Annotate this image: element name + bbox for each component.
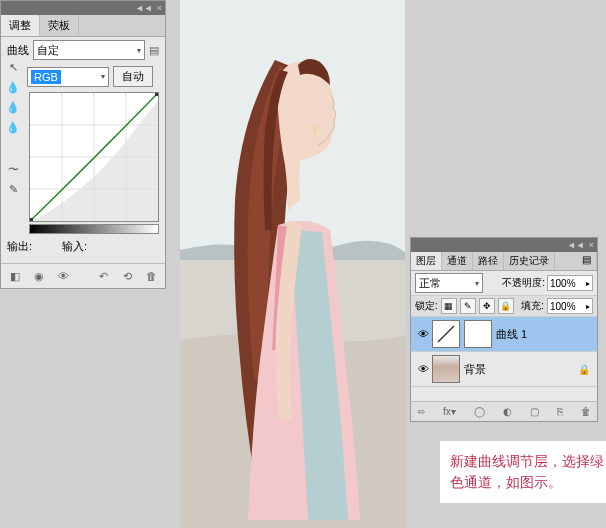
tab-channels[interactable]: 通道 (442, 252, 473, 270)
layer-name: 曲线 1 (496, 327, 527, 342)
eyedropper-gray-icon[interactable]: 💧 (5, 99, 21, 115)
svg-rect-11 (30, 218, 33, 221)
opacity-input[interactable]: 100%▸ (547, 275, 593, 291)
curve-grid[interactable] (29, 92, 159, 222)
lock-paint-icon[interactable]: ✎ (460, 298, 476, 314)
layer-row-curves[interactable]: 👁 曲线 1 (411, 317, 597, 352)
adjustments-footer: ◧ ◉ 👁 ↶ ⟲ 🗑 (1, 263, 165, 288)
close-icon[interactable]: × (589, 240, 594, 250)
panel-header: ◄◄ × (1, 1, 165, 15)
lock-position-icon[interactable]: ✥ (479, 298, 495, 314)
trash-icon[interactable]: 🗑 (143, 268, 159, 284)
layers-tabs: 图层 通道 路径 历史记录 ▤ (411, 252, 597, 271)
tab-presets[interactable]: 荧板 (40, 15, 79, 36)
curve-point-tool-icon[interactable]: 〜 (5, 161, 21, 177)
adjustments-panel: ◄◄ × 调整 荧板 曲线 自定▾ ▤ RGB▾ 自动 ↖ 💧 💧 💧 〜 ✎ (0, 0, 166, 289)
eyedropper-black-icon[interactable]: 💧 (5, 79, 21, 95)
close-icon[interactable]: × (157, 3, 162, 13)
on-image-tool-icon[interactable]: ↖ (5, 59, 21, 75)
panel-menu-icon[interactable]: ▤ (149, 44, 159, 57)
tab-layers[interactable]: 图层 (411, 252, 442, 270)
tab-adjustments[interactable]: 调整 (1, 15, 40, 36)
lock-icon: 🔒 (578, 364, 590, 375)
collapse-icon[interactable]: ◄◄ (135, 3, 153, 13)
reset-icon[interactable]: ⟲ (119, 268, 135, 284)
layer-name: 背景 (464, 362, 486, 377)
adjustment-type-label: 曲线 (7, 43, 29, 58)
document-canvas[interactable] (180, 0, 405, 528)
collapse-icon[interactable]: ◄◄ (567, 240, 585, 250)
adjustment-layer-icon[interactable]: ◐ (503, 406, 512, 417)
fill-input[interactable]: 100%▸ (547, 298, 593, 314)
trash-icon[interactable]: 🗑 (581, 406, 591, 417)
auto-button[interactable]: 自动 (113, 66, 153, 87)
panel-menu-icon[interactable]: ▤ (577, 252, 597, 270)
visibility-toggle-icon[interactable]: 👁 (414, 328, 432, 340)
output-label: 输出: (7, 239, 32, 254)
svg-point-2 (313, 126, 317, 130)
preset-select[interactable]: 自定▾ (33, 40, 145, 60)
layers-footer: ⬄ fx▾ ◯ ◐ ▢ ⎘ 🗑 (411, 401, 597, 421)
layer-thumb (432, 355, 460, 383)
fx-icon[interactable]: fx▾ (443, 406, 456, 417)
layers-panel-header: ◄◄ × (411, 238, 597, 252)
fill-label: 填充: (521, 299, 544, 313)
curve-pencil-tool-icon[interactable]: ✎ (5, 181, 21, 197)
layer-icon[interactable]: ◧ (7, 268, 23, 284)
new-layer-icon[interactable]: ⎘ (557, 406, 563, 417)
tab-history[interactable]: 历史记录 (504, 252, 555, 270)
lock-transparency-icon[interactable]: ▦ (441, 298, 457, 314)
mask-icon[interactable]: ◯ (474, 406, 485, 417)
link-layers-icon[interactable]: ⬄ (417, 406, 425, 417)
svg-rect-12 (155, 93, 158, 96)
layer-row-background[interactable]: 👁 背景 🔒 (411, 352, 597, 387)
visibility-icon[interactable]: 👁 (55, 268, 71, 284)
input-label: 输入: (62, 239, 87, 254)
gradient-ramp (29, 224, 159, 234)
prev-state-icon[interactable]: ↶ (95, 268, 111, 284)
blend-mode-select[interactable]: 正常▾ (415, 273, 483, 293)
visibility-toggle-icon[interactable]: 👁 (414, 363, 432, 375)
curves-tools: ↖ 💧 💧 💧 〜 ✎ (5, 59, 23, 201)
channel-select[interactable]: RGB▾ (27, 67, 109, 87)
lock-label: 锁定: (415, 299, 438, 313)
opacity-label: 不透明度: (502, 276, 545, 290)
eyedropper-white-icon[interactable]: 💧 (5, 119, 21, 135)
tab-paths[interactable]: 路径 (473, 252, 504, 270)
annotation-note: 新建曲线调节层，选择绿色通道，如图示。 (440, 441, 606, 503)
adjustments-tabs: 调整 荧板 (1, 15, 165, 37)
adjustment-thumb (432, 320, 460, 348)
mask-thumb (464, 320, 492, 348)
group-icon[interactable]: ▢ (530, 406, 539, 417)
clip-icon[interactable]: ◉ (31, 268, 47, 284)
layers-panel: ◄◄ × 图层 通道 路径 历史记录 ▤ 正常▾ 不透明度: 100%▸ 锁定:… (410, 237, 598, 422)
lock-all-icon[interactable]: 🔒 (498, 298, 514, 314)
